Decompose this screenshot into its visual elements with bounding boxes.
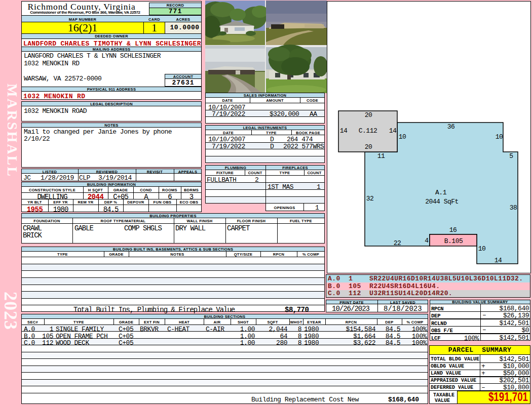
svg-text:16: 16 — [449, 226, 457, 234]
svg-text:2044 SqFt: 2044 SqFt — [425, 198, 459, 206]
svg-text:14: 14 — [340, 127, 348, 135]
svg-text:5: 5 — [509, 152, 513, 160]
svg-text:10: 10 — [478, 245, 486, 253]
svg-text:32: 32 — [366, 195, 374, 202]
svg-text:10: 10 — [496, 133, 503, 141]
svg-text:A.1: A.1 — [435, 189, 447, 196]
svg-text:14: 14 — [389, 127, 397, 135]
svg-text:22: 22 — [394, 239, 401, 247]
svg-text:20: 20 — [365, 143, 372, 151]
svg-text:11: 11 — [377, 152, 385, 160]
svg-text:B.105: B.105 — [444, 237, 463, 245]
svg-text:38: 38 — [510, 204, 517, 212]
svg-text:20: 20 — [365, 111, 372, 119]
svg-text:10: 10 — [399, 133, 406, 141]
svg-text:36: 36 — [447, 123, 455, 131]
svg-text:C.112: C.112 — [359, 127, 377, 135]
svg-text:14: 14 — [495, 257, 502, 264]
svg-text:4: 4 — [425, 237, 429, 245]
